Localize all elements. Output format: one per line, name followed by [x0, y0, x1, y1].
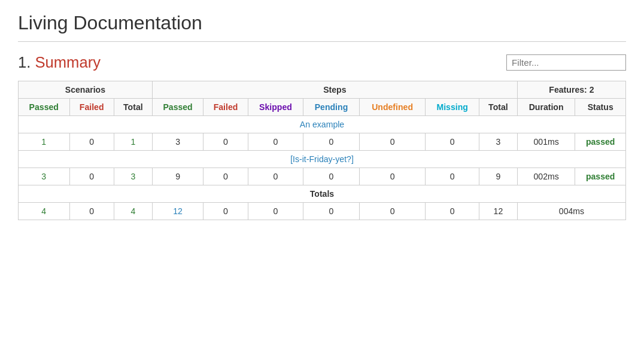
scenarios-group-header: Scenarios: [19, 81, 153, 99]
total-st-pending: 0: [303, 203, 360, 220]
total-duration: 004ms: [517, 203, 625, 220]
sc-passed-val: 1: [19, 133, 70, 151]
st-missing-val: 0: [426, 168, 479, 185]
feature-link[interactable]: An example: [300, 120, 344, 129]
section-header: 1. Summary: [18, 54, 626, 71]
page-title: Living Documentation: [18, 12, 626, 42]
st-undefined-val: 0: [359, 133, 426, 151]
st-failed-val: 0: [203, 133, 248, 151]
st-skipped-val: 0: [248, 168, 303, 185]
total-sc-failed: 0: [69, 203, 114, 220]
st-passed-val: 3: [152, 133, 203, 151]
st-pending-val: 0: [303, 133, 360, 151]
st-undefined-header: Undefined: [359, 99, 426, 116]
st-total-val: 9: [479, 168, 517, 185]
sc-passed-header: Passed: [19, 99, 70, 116]
st-missing-val: 0: [426, 133, 479, 151]
total-st-failed: 0: [203, 203, 248, 220]
duration-header: Duration: [517, 99, 575, 116]
filter-input[interactable]: [506, 54, 626, 71]
totals-label-row: Totals: [19, 185, 626, 203]
sc-failed-header: Failed: [69, 99, 114, 116]
sc-failed-val: 0: [69, 168, 114, 185]
section-title: 1. Summary: [18, 54, 101, 71]
st-total-val: 3: [479, 133, 517, 151]
summary-table: Scenarios Steps Features: 2 Passed Faile…: [18, 81, 626, 220]
st-skipped-val: 0: [248, 133, 303, 151]
steps-group-header: Steps: [152, 81, 517, 99]
st-failed-val: 0: [203, 168, 248, 185]
sc-total-val: 1: [114, 133, 152, 151]
status-header: Status: [575, 99, 626, 116]
st-failed-header: Failed: [203, 99, 248, 116]
sc-failed-val: 0: [69, 133, 114, 151]
sc-total-header: Total: [114, 99, 152, 116]
st-pending-header: Pending: [303, 99, 360, 116]
sc-passed-val: 3: [19, 168, 70, 185]
total-sc-total: 4: [114, 203, 152, 220]
feature-link[interactable]: [Is-it-Friday-yet?]: [290, 154, 354, 164]
duration-val: 002ms: [517, 168, 575, 185]
status-val: passed: [575, 133, 626, 151]
feature-link-row: An example: [19, 116, 626, 133]
total-st-total: 12: [479, 203, 517, 220]
sc-total-val: 3: [114, 168, 152, 185]
total-st-passed: 12: [152, 203, 203, 220]
total-st-missing: 0: [426, 203, 479, 220]
st-total-header: Total: [479, 99, 517, 116]
st-passed-val: 9: [152, 168, 203, 185]
total-st-undefined: 0: [359, 203, 426, 220]
st-missing-header: Missing: [426, 99, 479, 116]
status-val: passed: [575, 168, 626, 185]
total-st-skipped: 0: [248, 203, 303, 220]
section-title-text: Summary: [35, 54, 101, 71]
st-pending-val: 0: [303, 168, 360, 185]
duration-val: 001ms: [517, 133, 575, 151]
st-skipped-header: Skipped: [248, 99, 303, 116]
st-undefined-val: 0: [359, 168, 426, 185]
st-passed-header: Passed: [152, 99, 203, 116]
section-number: 1.: [18, 54, 31, 71]
total-sc-passed: 4: [19, 203, 70, 220]
features-group-header: Features: 2: [517, 81, 625, 99]
feature-link-row: [Is-it-Friday-yet?]: [19, 151, 626, 168]
